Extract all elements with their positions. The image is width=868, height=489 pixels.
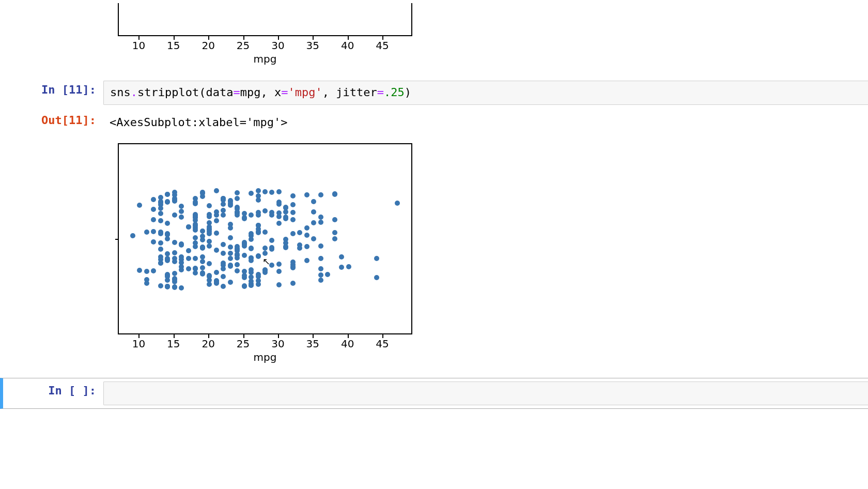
code-input-empty-wrapper[interactable] (103, 380, 868, 406)
data-point (158, 218, 163, 223)
xtick-label: 20 (202, 39, 214, 52)
data-point (256, 223, 261, 228)
data-point (179, 242, 184, 248)
data-point (311, 199, 316, 204)
data-point (304, 233, 309, 238)
data-point (346, 264, 351, 269)
data-point (318, 272, 323, 278)
data-point (193, 235, 198, 240)
data-point (311, 220, 316, 225)
data-point (242, 283, 247, 288)
data-point (318, 243, 323, 249)
data-point (256, 282, 261, 287)
xtick-label: 45 (376, 39, 389, 52)
data-point (332, 230, 337, 235)
data-point (221, 274, 226, 279)
xtick-label: 45 (376, 338, 389, 350)
output-text-11: <AxesSubplot:xlabel='mpg'> (103, 111, 868, 137)
data-point (158, 202, 163, 207)
data-point (256, 229, 261, 234)
data-point (318, 278, 323, 283)
data-point (130, 233, 135, 238)
data-point (186, 224, 191, 230)
data-point (151, 217, 156, 222)
xtick-label: 15 (167, 338, 180, 350)
strip-plot-11 (118, 143, 412, 334)
data-point (165, 251, 170, 256)
data-point (242, 216, 247, 221)
jupyter-notebook: 1015202530354045 mpg In [11]: sns.stripp… (0, 0, 868, 409)
data-point (158, 211, 163, 216)
data-point (200, 254, 205, 259)
data-point (158, 283, 163, 288)
data-point (269, 263, 274, 268)
data-point (151, 207, 156, 212)
data-point (221, 284, 226, 289)
data-point (193, 256, 198, 261)
data-point (276, 189, 282, 194)
data-point (290, 259, 296, 265)
data-point (228, 280, 233, 285)
xtick-label: 30 (271, 39, 284, 52)
data-point (158, 247, 163, 252)
data-point (214, 279, 219, 284)
xtick-label: 25 (237, 39, 250, 52)
data-point (249, 246, 254, 251)
data-point (186, 256, 191, 261)
data-point (304, 258, 309, 263)
xtick-label: 10 (132, 338, 145, 350)
data-point (186, 248, 191, 253)
data-point (269, 190, 274, 195)
prompt-in-empty: In [ ]: (3, 380, 103, 402)
data-point (332, 236, 337, 241)
data-point (221, 212, 226, 218)
data-point (200, 271, 205, 277)
plot-xlabel-11: mpg (118, 350, 412, 363)
data-point (242, 243, 247, 249)
data-point (290, 193, 296, 198)
data-point (144, 269, 149, 274)
prompt-out-11: Out[11]: (0, 110, 103, 131)
prompt-in-11: In [11]: (0, 80, 103, 101)
data-point (228, 244, 233, 250)
data-point (262, 208, 268, 213)
data-point (297, 230, 302, 235)
code-input-11[interactable]: sns.stripplot(data=mpg, x='mpg', jitter=… (103, 81, 868, 105)
code-input-empty[interactable] (103, 381, 868, 405)
data-point (228, 235, 233, 240)
xtick-label: 35 (306, 338, 319, 350)
strip-plot-partial (118, 3, 412, 36)
data-point (256, 272, 261, 277)
data-point (256, 188, 261, 193)
code-input-wrapper-11[interactable]: sns.stripplot(data=mpg, x='mpg', jitter=… (103, 80, 868, 106)
data-point (214, 270, 219, 275)
xtick-label: 10 (132, 39, 145, 52)
data-point (318, 192, 323, 197)
data-point (242, 253, 247, 258)
data-point (304, 244, 309, 249)
data-point (290, 202, 296, 207)
data-point (242, 211, 247, 216)
plot-xticklabels-partial: 1015202530354045 (118, 39, 412, 52)
data-point (318, 215, 323, 220)
data-point (172, 271, 177, 276)
data-point (235, 190, 240, 195)
data-point (165, 221, 170, 226)
data-point (325, 272, 330, 277)
data-point (304, 192, 309, 197)
data-point (276, 282, 282, 287)
data-point (256, 212, 261, 218)
data-point (228, 251, 233, 256)
data-point (276, 200, 282, 205)
data-point (172, 284, 177, 289)
data-point (228, 263, 233, 268)
data-point (179, 204, 184, 209)
data-point (290, 210, 296, 215)
data-point (186, 266, 191, 271)
plot-output-11: 1015202530354045 mpg ↖ (103, 142, 868, 364)
data-point (276, 269, 282, 274)
data-point (200, 245, 205, 250)
code-cell-empty-selected[interactable]: In [ ]: (0, 378, 868, 409)
data-point (221, 266, 226, 271)
xtick-label: 25 (237, 338, 250, 350)
